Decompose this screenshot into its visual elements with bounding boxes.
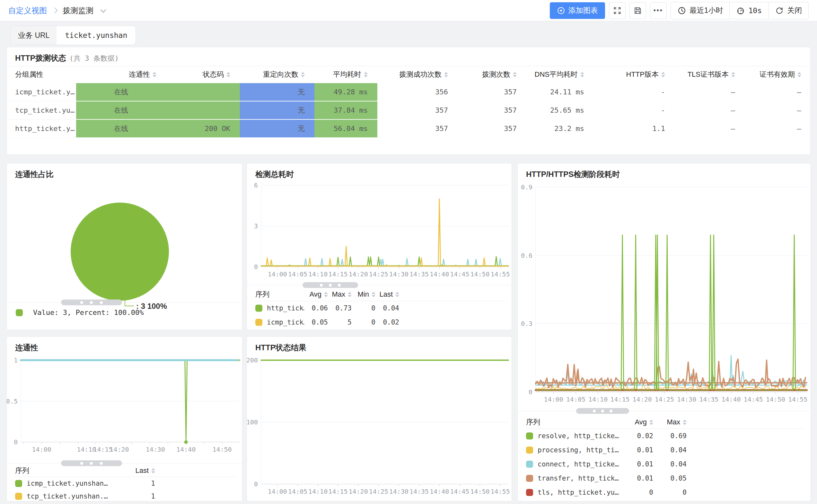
sort-icon[interactable]: [364, 72, 368, 77]
time-range-button[interactable]: 最近1小时: [671, 2, 730, 19]
legend-swatch: [255, 319, 262, 326]
legend-row[interactable]: processing, http_ti… 0.01 0.04: [526, 443, 804, 457]
svg-text:14:50: 14:50: [212, 446, 231, 453]
sort-icon[interactable]: [348, 292, 352, 297]
legend-col-avg[interactable]: Avg: [624, 418, 653, 426]
sort-icon[interactable]: [444, 72, 448, 77]
column-header-status-code[interactable]: 状态码: [166, 66, 240, 83]
chevron-down-icon[interactable]: [100, 7, 106, 13]
svg-text:14:05: 14:05: [566, 395, 586, 403]
column-header-group[interactable]: 分组属性: [7, 66, 76, 83]
table-row[interactable]: tcp_ticket.yu… 在线 无 37.84 ms 357 357 25.…: [7, 101, 811, 119]
column-header-dns-latency[interactable]: DNS平均耗时: [526, 66, 594, 83]
breadcrumb-current[interactable]: 拨测监测: [63, 5, 93, 16]
sort-icon[interactable]: [661, 72, 665, 77]
column-header-redirects[interactable]: 重定向次数: [240, 66, 314, 83]
svg-text:14:15: 14:15: [328, 488, 347, 495]
sort-icon[interactable]: [324, 292, 328, 297]
sort-icon[interactable]: [152, 72, 156, 77]
svg-text:14:40: 14:40: [430, 488, 449, 495]
sort-icon[interactable]: [151, 468, 155, 474]
legend-row[interactable]: tls, http_ticket.yu… 0 0: [526, 485, 804, 500]
legend-col-max[interactable]: Max: [653, 418, 687, 426]
svg-text:14:50: 14:50: [470, 488, 490, 495]
column-header-avg-latency[interactable]: 平均耗时: [314, 66, 377, 83]
svg-text:14:35: 14:35: [699, 395, 718, 403]
sort-icon[interactable]: [371, 292, 375, 297]
column-header-success-count[interactable]: 拨测成功次数: [377, 66, 458, 83]
pie-slice[interactable]: [71, 203, 169, 301]
sort-icon[interactable]: [226, 72, 230, 77]
svg-text:14:45: 14:45: [744, 395, 763, 403]
legend-header-row: 序列 Avg Max: [526, 416, 804, 429]
legend-col-last[interactable]: Last: [122, 466, 155, 475]
panel-title: 检测总耗时: [255, 169, 294, 179]
table-row[interactable]: http_ticket.y… 在线 200 OK 无 56.04 ms 357 …: [7, 119, 811, 138]
sort-icon[interactable]: [513, 72, 517, 77]
legend-col-last[interactable]: Last: [375, 290, 399, 299]
column-header-cert-expiry[interactable]: 证书有效期: [745, 66, 811, 83]
save-icon: [633, 6, 642, 15]
datazoom-slider[interactable]: [576, 408, 629, 414]
sort-icon[interactable]: [797, 72, 801, 77]
svg-text:14:55: 14:55: [491, 270, 510, 278]
legend-col-avg[interactable]: Avg: [304, 290, 328, 299]
legend-row[interactable]: http_tick… 0.06 0.73 0 0.04: [255, 301, 505, 315]
pie-legend-row[interactable]: Value: 3, Percent: 100.00%: [16, 308, 143, 317]
auto-refresh-button[interactable]: 关闭: [768, 2, 808, 19]
legend-row[interactable]: transfer, http_tick… 0.01 0.05: [526, 471, 804, 485]
save-button[interactable]: [630, 2, 646, 19]
sort-icon[interactable]: [395, 292, 399, 297]
datazoom-slider[interactable]: [302, 282, 358, 288]
legend-col-series: 序列: [526, 417, 624, 427]
sort-icon[interactable]: [301, 72, 305, 77]
table-row[interactable]: icmp_ticket.y… 在线 无 49.28 ms 356 357 24.…: [7, 83, 811, 101]
column-header-probe-count[interactable]: 拨测次数: [458, 66, 526, 83]
sort-icon[interactable]: [649, 420, 653, 425]
datazoom-slider[interactable]: [61, 460, 122, 466]
legend-row[interactable]: tcp_ticket.yunshan.… 1: [15, 490, 236, 503]
sort-icon[interactable]: [731, 72, 735, 77]
datazoom-slider[interactable]: [61, 300, 122, 305]
refresh-icon: [775, 6, 784, 15]
http-stages-chart[interactable]: 00.30.60.914:0014:0514:1014:1514:2014:25…: [518, 180, 811, 407]
chart-legend: 序列 Avg Max resolve, http_ticke… 0.02 0.6…: [526, 416, 804, 500]
svg-text:14:25: 14:25: [655, 395, 674, 403]
legend-series-name: transfer, http_tick…: [538, 474, 624, 482]
total-duration-chart[interactable]: 03614:0014:0514:1014:1514:2014:2514:3014…: [247, 179, 512, 280]
total-duration-panel: 检测总耗时 03614:0014:0514:1014:1514:2014:251…: [247, 163, 512, 330]
column-header-tls-version[interactable]: TLS证书版本: [675, 66, 745, 83]
connectivity-line-chart[interactable]: 00.5114:0014:1014:1514:2014:3014:4014:50: [7, 352, 243, 459]
legend-col-series: 序列: [15, 466, 122, 475]
svg-text:0.5: 0.5: [7, 397, 18, 405]
pie-callout-line: [125, 300, 134, 306]
fullscreen-button[interactable]: [609, 2, 626, 19]
sort-icon[interactable]: [683, 420, 687, 425]
svg-text:14:10: 14:10: [308, 270, 327, 278]
sort-icon[interactable]: [580, 72, 584, 77]
refresh-interval-button[interactable]: 10s: [729, 2, 768, 19]
column-header-http-version[interactable]: HTTP版本: [594, 66, 675, 83]
divider: [247, 285, 512, 285]
legend-col-min[interactable]: Min: [352, 290, 375, 299]
svg-text:14:45: 14:45: [450, 488, 469, 495]
legend-swatch: [255, 305, 262, 312]
legend-row[interactable]: resolve, http_ticke… 0.02 0.69: [526, 429, 804, 443]
filter-key[interactable]: 业务 URL: [11, 26, 56, 45]
legend-row[interactable]: connect, http_ticke… 0.01 0.04: [526, 457, 804, 471]
column-header-connectivity[interactable]: 连通性: [76, 66, 166, 83]
svg-text:0.9: 0.9: [521, 183, 533, 191]
legend-row[interactable]: icmp_tick… 0.05 5 0 0.02: [255, 315, 505, 329]
svg-text:0: 0: [254, 480, 258, 488]
legend-col-max[interactable]: Max: [328, 290, 352, 299]
breadcrumb-root[interactable]: 自定义视图: [8, 5, 47, 16]
filter-value[interactable]: ticket.yunshan: [56, 26, 135, 45]
http-status-chart[interactable]: 010020014:0014:0514:1014:1514:2014:2514:…: [247, 352, 512, 502]
add-chart-button[interactable]: 添加图表: [550, 2, 605, 19]
filter-chip: 业务 URL ticket.yunshan: [11, 26, 136, 45]
svg-text:14:40: 14:40: [430, 270, 449, 278]
connectivity-pie-chart[interactable]: : 3 100%: [7, 176, 243, 311]
legend-row[interactable]: icmp_ticket.yunshan… 1: [15, 477, 236, 490]
more-button[interactable]: •••: [650, 2, 667, 19]
legend-label: Value: 3, Percent: 100.00%: [33, 308, 143, 317]
